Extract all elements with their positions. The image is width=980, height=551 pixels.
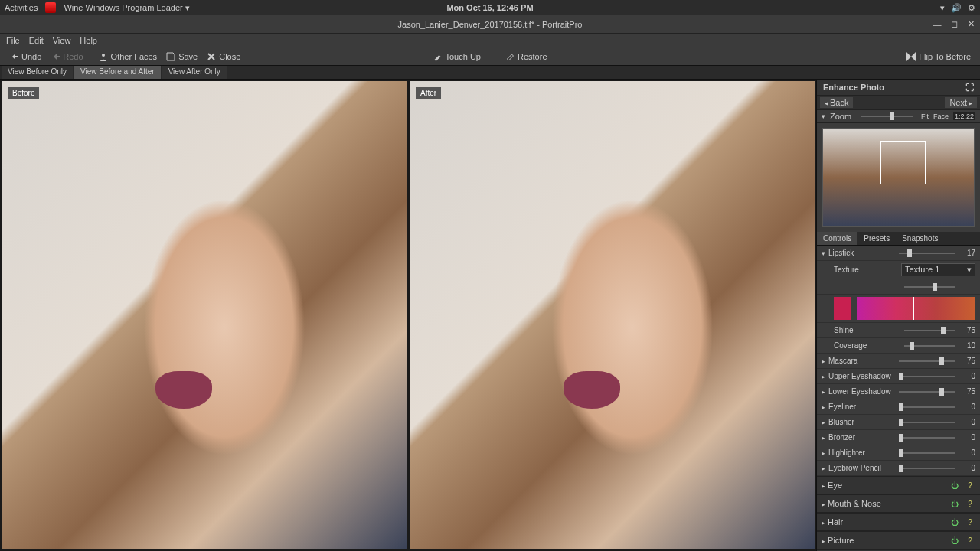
tab-before-only[interactable]: View Before Only — [2, 66, 73, 79]
menu-file[interactable]: File — [6, 36, 20, 45]
maximize-button[interactable]: ◻ — [948, 18, 960, 31]
shine-value: 75 — [962, 326, 975, 334]
texture-dropdown[interactable]: Texture 1▾ — [901, 263, 975, 276]
save-icon — [166, 52, 175, 61]
tab-snapshots[interactable]: Snapshots — [896, 232, 944, 245]
power-icon[interactable]: ⏻ — [949, 480, 960, 491]
eyebrow-slider[interactable] — [899, 468, 956, 469]
save-button[interactable]: Save — [162, 51, 202, 63]
next-button[interactable]: Next ▸ — [945, 97, 977, 108]
eyebrow-label: Eyebrow Pencil — [828, 464, 893, 472]
minimize-button[interactable]: — — [931, 18, 943, 31]
power-icon[interactable]: ⏻ — [949, 535, 960, 546]
help-icon[interactable]: ? — [965, 498, 975, 509]
blusher-label: Blusher — [828, 418, 893, 426]
eyebrow-value: 0 — [962, 464, 975, 472]
menu-bar: File Edit View Help — [0, 34, 980, 47]
redo-icon — [51, 52, 60, 61]
highlighter-slider[interactable] — [899, 452, 956, 454]
shine-slider[interactable] — [904, 330, 956, 331]
coverage-value: 10 — [962, 341, 975, 350]
face-button[interactable]: Face — [933, 112, 949, 120]
person-icon — [99, 52, 108, 61]
touchup-button[interactable]: Touch Up — [428, 51, 485, 63]
help-icon[interactable]: ? — [965, 480, 975, 491]
undo-button[interactable]: Undo — [5, 51, 46, 63]
after-pane[interactable]: After — [410, 81, 815, 549]
chevron-down-icon: ▾ — [967, 265, 972, 275]
close-window-button[interactable]: ✕ — [965, 18, 977, 31]
chevron-right-icon[interactable]: ▸ — [822, 373, 825, 380]
zoom-slider[interactable] — [861, 116, 913, 117]
other-faces-button[interactable]: Other Faces — [94, 51, 162, 63]
chevron-right-icon[interactable]: ▸ — [822, 449, 825, 457]
chevron-right-icon[interactable]: ▸ — [822, 403, 825, 411]
lower-eyeshadow-label: Lower Eyeshadow — [828, 387, 893, 396]
restore-button[interactable]: Restore — [501, 51, 552, 63]
back-button[interactable]: ◂ Back — [820, 97, 853, 108]
before-image — [2, 81, 407, 549]
shine-label: Shine — [834, 326, 898, 334]
chevron-right-icon[interactable]: ▸ — [822, 465, 825, 472]
menu-view[interactable]: View — [53, 36, 71, 45]
menu-help[interactable]: Help — [80, 36, 97, 45]
upper-eyeshadow-label: Upper Eyeshadow — [828, 372, 893, 380]
before-label: Before — [8, 87, 39, 99]
menu-edit[interactable]: Edit — [29, 36, 44, 45]
expand-icon[interactable]: ⛶ — [965, 83, 974, 92]
svg-point-0 — [102, 54, 105, 57]
color-swatch[interactable] — [834, 297, 851, 320]
redo-button[interactable]: Redo — [46, 51, 87, 63]
tab-controls[interactable]: Controls — [817, 232, 858, 245]
mascara-slider[interactable] — [899, 360, 956, 362]
sidebar-panel: Enhance Photo⛶ ◂ Back Next ▸ ▾ Zoom Fit … — [816, 80, 980, 551]
mascara-label: Mascara — [828, 357, 893, 365]
lipstick-slider[interactable] — [899, 253, 956, 254]
mascara-value: 75 — [962, 357, 975, 365]
settings-icon[interactable]: ⚙ — [968, 3, 975, 13]
chevron-down-icon[interactable]: ▾ — [822, 249, 825, 257]
zoom-value: 1:2.22 — [953, 112, 975, 120]
chevron-right-icon[interactable]: ▸ — [822, 419, 825, 426]
close-icon — [207, 52, 216, 61]
power-icon[interactable]: ⏻ — [949, 517, 960, 527]
help-icon[interactable]: ? — [965, 517, 975, 527]
tab-after-only[interactable]: View After Only — [162, 66, 227, 79]
power-icon[interactable]: ⏻ — [949, 498, 960, 509]
before-pane[interactable]: Before — [2, 81, 407, 549]
lower-eyeshadow-slider[interactable] — [899, 391, 956, 393]
navigator-thumbnail[interactable] — [822, 128, 975, 227]
section-mouth[interactable]: ▸ Mouth & Nose⏻? — [817, 494, 980, 513]
fit-button[interactable]: Fit — [921, 112, 929, 120]
color-gradient[interactable] — [857, 297, 975, 320]
sound-icon[interactable]: 🔊 — [951, 3, 962, 13]
coverage-label: Coverage — [834, 341, 898, 350]
network-icon[interactable]: ▾ — [940, 3, 945, 13]
activities-button[interactable]: Activities — [5, 3, 38, 12]
section-hair[interactable]: ▸ Hair⏻? — [817, 513, 980, 531]
chevron-right-icon[interactable]: ▸ — [822, 434, 825, 442]
chevron-right-icon[interactable]: ▸ — [822, 357, 825, 365]
viewport-rect[interactable] — [880, 141, 926, 184]
upper-eyeshadow-slider[interactable] — [899, 376, 956, 377]
wine-icon — [45, 2, 56, 13]
undo-icon — [9, 52, 18, 61]
chevron-right-icon[interactable]: ▸ — [822, 388, 825, 396]
coverage-slider[interactable] — [904, 345, 956, 347]
tab-before-after[interactable]: View Before and After — [74, 66, 161, 79]
help-icon[interactable]: ? — [965, 535, 975, 546]
tab-presets[interactable]: Presets — [858, 232, 896, 245]
flip-button[interactable]: Flip To Before — [902, 51, 975, 63]
bronzer-slider[interactable] — [899, 437, 956, 439]
app-menu[interactable]: Wine Windows Program Loader ▾ — [64, 3, 189, 13]
eyeliner-slider[interactable] — [899, 406, 956, 408]
section-picture[interactable]: ▸ Picture⏻? — [817, 531, 980, 549]
chevron-down-icon[interactable]: ▾ — [822, 112, 825, 120]
section-eye[interactable]: ▸ Eye⏻? — [817, 476, 980, 494]
close-button[interactable]: Close — [202, 51, 245, 63]
blusher-slider[interactable] — [899, 422, 956, 423]
hue-slider[interactable] — [904, 286, 956, 288]
upper-eyeshadow-value: 0 — [962, 372, 975, 380]
clock: Mon Oct 16, 12:46 PM — [446, 3, 533, 12]
after-label: After — [416, 87, 441, 99]
